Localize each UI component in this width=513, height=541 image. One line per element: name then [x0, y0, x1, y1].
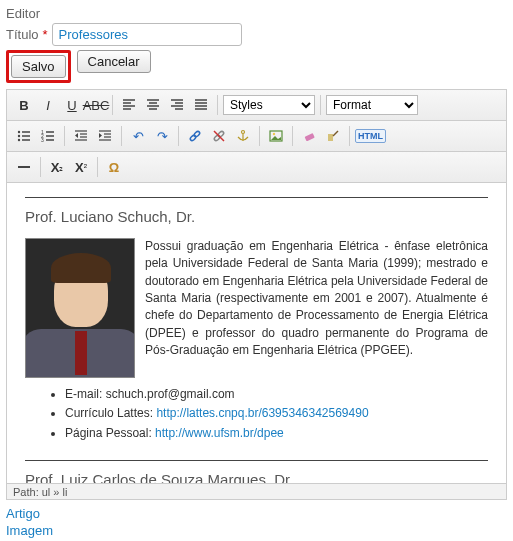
path-bar: Path: ul » li	[6, 484, 507, 500]
hr-button[interactable]	[13, 156, 35, 178]
svg-text:3: 3	[41, 137, 44, 143]
lattes-label: Currículo Lattes:	[65, 406, 156, 420]
styles-select[interactable]: Styles	[223, 95, 315, 115]
professor-photo	[25, 238, 135, 378]
redo-button[interactable]: ↷	[151, 125, 173, 147]
format-select[interactable]: Format	[326, 95, 418, 115]
email-value: schuch.prof@gmail.com	[106, 387, 235, 401]
footer-link-imagem[interactable]: Imagem	[6, 523, 53, 538]
professor-name-1: Prof. Luciano Schuch, Dr.	[25, 206, 488, 228]
page-label: Página Pessoal:	[65, 426, 155, 440]
italic-button[interactable]: I	[37, 94, 59, 116]
footer-links: Artigo Imagem Quebra de Página Trocar Ed…	[6, 506, 507, 541]
editor-heading: Editor	[6, 6, 507, 21]
remove-format-button[interactable]	[298, 125, 320, 147]
svg-marker-37	[99, 133, 102, 138]
toolbar-row-2: 123 ↶ ↷ HTML	[7, 121, 506, 152]
svg-point-17	[18, 135, 20, 137]
subscript-button[interactable]: X₂	[46, 156, 68, 178]
strike-button[interactable]: ABC	[85, 94, 107, 116]
outdent-button[interactable]	[70, 125, 92, 147]
bold-button[interactable]: B	[13, 94, 35, 116]
save-highlight: Salvo	[6, 50, 71, 83]
align-right-button[interactable]	[166, 94, 188, 116]
list-item: E-mail: schuch.prof@gmail.com	[65, 386, 488, 403]
svg-point-16	[18, 131, 20, 133]
svg-point-18	[18, 139, 20, 141]
action-buttons: Salvo Cancelar	[6, 50, 507, 83]
cancel-button[interactable]: Cancelar	[77, 50, 151, 73]
align-justify-button[interactable]	[190, 94, 212, 116]
special-char-button[interactable]: Ω	[103, 156, 125, 178]
indent-button[interactable]	[94, 125, 116, 147]
anchor-button[interactable]	[232, 125, 254, 147]
align-center-button[interactable]	[142, 94, 164, 116]
title-label: Título	[6, 27, 39, 42]
list-item: Currículo Lattes: http://lattes.cnpq.br/…	[65, 405, 488, 422]
svg-point-46	[273, 133, 275, 135]
toolbar-row-3: X₂ X² Ω	[7, 152, 506, 183]
underline-button[interactable]: U	[61, 94, 83, 116]
svg-point-43	[242, 131, 245, 134]
personal-page-link[interactable]: http://www.ufsm.br/dpee	[155, 426, 284, 440]
html-button[interactable]: HTML	[355, 129, 386, 143]
link-button[interactable]	[184, 125, 206, 147]
footer-link-artigo[interactable]: Artigo	[6, 506, 40, 521]
email-label: E-mail:	[65, 387, 106, 401]
image-button[interactable]	[265, 125, 287, 147]
editor-content[interactable]: Prof. Luciano Schuch, Dr. Possui graduaç…	[7, 183, 506, 483]
lattes-link[interactable]: http://lattes.cnpq.br/6395346342569490	[156, 406, 368, 420]
superscript-button[interactable]: X²	[70, 156, 92, 178]
undo-button[interactable]: ↶	[127, 125, 149, 147]
cleanup-button[interactable]	[322, 125, 344, 147]
toolbar-row-1: B I U ABC Styles Format	[7, 90, 506, 121]
professor-bio: Possui graduação em Engenharia Elétrica …	[145, 238, 488, 378]
list-item: Página Pessoal: http://www.ufsm.br/dpee	[65, 425, 488, 442]
title-row: Título *	[6, 23, 507, 46]
align-left-button[interactable]	[118, 94, 140, 116]
required-mark: *	[43, 27, 48, 42]
svg-rect-47	[305, 133, 315, 141]
svg-rect-48	[328, 134, 333, 141]
svg-point-39	[193, 131, 200, 138]
professor-name-2: Prof. Luiz Carlos de Souza Marques, Dr.	[25, 469, 488, 483]
professor-info-list: E-mail: schuch.prof@gmail.com Currículo …	[65, 386, 488, 442]
rich-text-editor: B I U ABC Styles Format 123	[6, 89, 507, 484]
svg-marker-32	[75, 133, 78, 138]
save-button[interactable]: Salvo	[11, 55, 66, 78]
svg-line-49	[333, 131, 338, 136]
svg-point-38	[189, 135, 196, 142]
unlink-button[interactable]	[208, 125, 230, 147]
title-input[interactable]	[52, 23, 242, 46]
bullet-list-button[interactable]	[13, 125, 35, 147]
numbered-list-button[interactable]: 123	[37, 125, 59, 147]
